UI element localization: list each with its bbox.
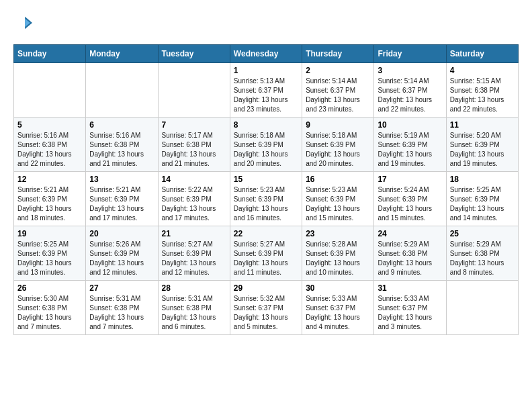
day-number: 30 bbox=[306, 283, 370, 293]
day-info: Sunrise: 5:20 AM Sunset: 6:39 PM Dayligh… bbox=[450, 131, 515, 169]
day-info: Sunrise: 5:28 AM Sunset: 6:39 PM Dayligh… bbox=[306, 240, 370, 277]
day-info: Sunrise: 5:32 AM Sunset: 6:37 PM Dayligh… bbox=[234, 294, 298, 332]
logo bbox=[13, 13, 519, 35]
day-number: 15 bbox=[234, 175, 298, 184]
day-number: 17 bbox=[378, 175, 442, 184]
calendar-week-row: 1Sunrise: 5:13 AM Sunset: 6:37 PM Daylig… bbox=[14, 63, 519, 118]
day-number: 14 bbox=[162, 175, 226, 184]
calendar-cell: 2Sunrise: 5:14 AM Sunset: 6:37 PM Daylig… bbox=[302, 63, 374, 118]
calendar-cell: 11Sunrise: 5:20 AM Sunset: 6:39 PM Dayli… bbox=[446, 118, 518, 172]
day-info: Sunrise: 5:17 AM Sunset: 6:38 PM Dayligh… bbox=[162, 131, 226, 169]
calendar-cell: 17Sunrise: 5:24 AM Sunset: 6:39 PM Dayli… bbox=[374, 172, 446, 226]
day-header-thursday: Thursday bbox=[302, 45, 374, 63]
day-number: 24 bbox=[378, 229, 442, 238]
calendar-table: SundayMondayTuesdayWednesdayThursdayFrid… bbox=[13, 44, 519, 335]
day-info: Sunrise: 5:31 AM Sunset: 6:38 PM Dayligh… bbox=[89, 294, 154, 332]
header-section bbox=[13, 13, 519, 39]
day-info: Sunrise: 5:13 AM Sunset: 6:37 PM Dayligh… bbox=[234, 77, 298, 114]
day-info: Sunrise: 5:18 AM Sunset: 6:39 PM Dayligh… bbox=[306, 131, 370, 169]
calendar-cell: 15Sunrise: 5:23 AM Sunset: 6:39 PM Dayli… bbox=[230, 172, 302, 226]
day-info: Sunrise: 5:23 AM Sunset: 6:39 PM Dayligh… bbox=[306, 185, 370, 223]
calendar-cell: 4Sunrise: 5:15 AM Sunset: 6:38 PM Daylig… bbox=[446, 63, 518, 118]
day-info: Sunrise: 5:22 AM Sunset: 6:39 PM Dayligh… bbox=[162, 185, 226, 223]
day-number: 7 bbox=[162, 120, 226, 130]
day-number: 10 bbox=[378, 120, 442, 130]
calendar-cell: 27Sunrise: 5:31 AM Sunset: 6:38 PM Dayli… bbox=[86, 281, 158, 335]
day-info: Sunrise: 5:16 AM Sunset: 6:38 PM Dayligh… bbox=[17, 131, 82, 169]
calendar-cell: 3Sunrise: 5:14 AM Sunset: 6:37 PM Daylig… bbox=[374, 63, 446, 118]
day-info: Sunrise: 5:26 AM Sunset: 6:39 PM Dayligh… bbox=[89, 240, 154, 277]
day-number: 20 bbox=[89, 229, 154, 238]
calendar-cell: 1Sunrise: 5:13 AM Sunset: 6:37 PM Daylig… bbox=[230, 63, 302, 118]
day-number: 9 bbox=[306, 120, 370, 130]
day-info: Sunrise: 5:18 AM Sunset: 6:39 PM Dayligh… bbox=[234, 131, 298, 169]
day-info: Sunrise: 5:29 AM Sunset: 6:38 PM Dayligh… bbox=[450, 240, 515, 277]
calendar-cell bbox=[158, 63, 230, 118]
calendar-cell: 19Sunrise: 5:25 AM Sunset: 6:39 PM Dayli… bbox=[14, 226, 86, 281]
calendar-cell: 26Sunrise: 5:30 AM Sunset: 6:38 PM Dayli… bbox=[14, 281, 86, 335]
day-info: Sunrise: 5:27 AM Sunset: 6:39 PM Dayligh… bbox=[162, 240, 226, 277]
day-header-wednesday: Wednesday bbox=[230, 45, 302, 63]
calendar-cell bbox=[446, 281, 518, 335]
day-info: Sunrise: 5:14 AM Sunset: 6:37 PM Dayligh… bbox=[306, 77, 370, 114]
day-header-tuesday: Tuesday bbox=[158, 45, 230, 63]
day-info: Sunrise: 5:14 AM Sunset: 6:37 PM Dayligh… bbox=[378, 77, 442, 114]
day-info: Sunrise: 5:29 AM Sunset: 6:38 PM Dayligh… bbox=[378, 240, 442, 277]
calendar-cell: 12Sunrise: 5:21 AM Sunset: 6:39 PM Dayli… bbox=[14, 172, 86, 226]
logo-icon bbox=[13, 13, 32, 32]
day-number: 29 bbox=[234, 283, 298, 293]
calendar-cell: 29Sunrise: 5:32 AM Sunset: 6:37 PM Dayli… bbox=[230, 281, 302, 335]
day-number: 5 bbox=[17, 120, 82, 130]
calendar-cell: 24Sunrise: 5:29 AM Sunset: 6:38 PM Dayli… bbox=[374, 226, 446, 281]
calendar-cell: 28Sunrise: 5:31 AM Sunset: 6:38 PM Dayli… bbox=[158, 281, 230, 335]
day-number: 4 bbox=[450, 66, 515, 75]
day-number: 11 bbox=[450, 120, 515, 130]
day-number: 25 bbox=[450, 229, 515, 238]
day-info: Sunrise: 5:25 AM Sunset: 6:39 PM Dayligh… bbox=[450, 185, 515, 223]
day-number: 13 bbox=[89, 175, 154, 184]
calendar-week-row: 12Sunrise: 5:21 AM Sunset: 6:39 PM Dayli… bbox=[14, 172, 519, 226]
day-number: 21 bbox=[162, 229, 226, 238]
day-info: Sunrise: 5:27 AM Sunset: 6:39 PM Dayligh… bbox=[234, 240, 298, 277]
calendar-cell bbox=[86, 63, 158, 118]
day-info: Sunrise: 5:21 AM Sunset: 6:39 PM Dayligh… bbox=[17, 185, 82, 223]
day-info: Sunrise: 5:24 AM Sunset: 6:39 PM Dayligh… bbox=[378, 185, 442, 223]
day-number: 19 bbox=[17, 229, 82, 238]
day-info: Sunrise: 5:25 AM Sunset: 6:39 PM Dayligh… bbox=[17, 240, 82, 277]
calendar-cell: 30Sunrise: 5:33 AM Sunset: 6:37 PM Dayli… bbox=[302, 281, 374, 335]
calendar-cell: 21Sunrise: 5:27 AM Sunset: 6:39 PM Dayli… bbox=[158, 226, 230, 281]
day-info: Sunrise: 5:23 AM Sunset: 6:39 PM Dayligh… bbox=[234, 185, 298, 223]
day-info: Sunrise: 5:31 AM Sunset: 6:38 PM Dayligh… bbox=[162, 294, 226, 332]
calendar-cell: 6Sunrise: 5:16 AM Sunset: 6:38 PM Daylig… bbox=[86, 118, 158, 172]
day-header-saturday: Saturday bbox=[446, 45, 518, 63]
day-number: 22 bbox=[234, 229, 298, 238]
calendar-cell: 8Sunrise: 5:18 AM Sunset: 6:39 PM Daylig… bbox=[230, 118, 302, 172]
calendar-cell: 22Sunrise: 5:27 AM Sunset: 6:39 PM Dayli… bbox=[230, 226, 302, 281]
day-info: Sunrise: 5:15 AM Sunset: 6:38 PM Dayligh… bbox=[450, 77, 515, 114]
calendar-cell: 31Sunrise: 5:33 AM Sunset: 6:37 PM Dayli… bbox=[374, 281, 446, 335]
day-number: 3 bbox=[378, 66, 442, 75]
day-number: 2 bbox=[306, 66, 370, 75]
day-info: Sunrise: 5:16 AM Sunset: 6:38 PM Dayligh… bbox=[89, 131, 154, 169]
calendar-cell bbox=[14, 63, 86, 118]
calendar-cell: 18Sunrise: 5:25 AM Sunset: 6:39 PM Dayli… bbox=[446, 172, 518, 226]
day-number: 18 bbox=[450, 175, 515, 184]
calendar-cell: 7Sunrise: 5:17 AM Sunset: 6:38 PM Daylig… bbox=[158, 118, 230, 172]
day-number: 16 bbox=[306, 175, 370, 184]
calendar-cell: 25Sunrise: 5:29 AM Sunset: 6:38 PM Dayli… bbox=[446, 226, 518, 281]
day-header-monday: Monday bbox=[86, 45, 158, 63]
calendar-cell: 23Sunrise: 5:28 AM Sunset: 6:39 PM Dayli… bbox=[302, 226, 374, 281]
day-number: 6 bbox=[89, 120, 154, 130]
day-number: 31 bbox=[378, 283, 442, 293]
day-number: 28 bbox=[162, 283, 226, 293]
day-header-sunday: Sunday bbox=[14, 45, 86, 63]
day-info: Sunrise: 5:30 AM Sunset: 6:38 PM Dayligh… bbox=[17, 294, 82, 332]
calendar-cell: 13Sunrise: 5:21 AM Sunset: 6:39 PM Dayli… bbox=[86, 172, 158, 226]
day-number: 8 bbox=[234, 120, 298, 130]
calendar-cell: 14Sunrise: 5:22 AM Sunset: 6:39 PM Dayli… bbox=[158, 172, 230, 226]
calendar-week-row: 5Sunrise: 5:16 AM Sunset: 6:38 PM Daylig… bbox=[14, 118, 519, 172]
calendar-cell: 10Sunrise: 5:19 AM Sunset: 6:39 PM Dayli… bbox=[374, 118, 446, 172]
calendar-header-row: SundayMondayTuesdayWednesdayThursdayFrid… bbox=[14, 45, 519, 63]
day-number: 1 bbox=[234, 66, 298, 75]
day-info: Sunrise: 5:33 AM Sunset: 6:37 PM Dayligh… bbox=[378, 294, 442, 332]
